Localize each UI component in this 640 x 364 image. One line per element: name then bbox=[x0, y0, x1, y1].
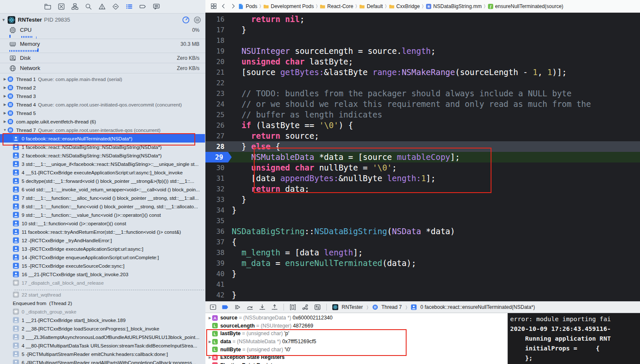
code-line[interactable]: 33 } bbox=[205, 194, 640, 205]
disclosure-triangle-icon[interactable]: ▶ bbox=[3, 120, 7, 123]
code-line[interactable]: 29 NSMutableData *data = [source mutable… bbox=[205, 152, 640, 162]
stack-frame-row[interactable]: 4 __51-[RCTCxxBridge executeApplicationS… bbox=[0, 168, 205, 176]
stack-frame-row[interactable]: 5 -[RCTMultipartStreamReader emitChunk:h… bbox=[0, 350, 205, 358]
stack-frame-row[interactable]: 11 facebook::react::tryAndReturnError(st… bbox=[0, 227, 205, 236]
code-line[interactable]: 18 bbox=[205, 35, 640, 46]
line-number[interactable]: 42 bbox=[205, 290, 232, 300]
line-number[interactable]: 30 bbox=[205, 162, 232, 173]
code-line[interactable]: 19 NSUInteger sourceLength = source.leng… bbox=[205, 46, 640, 56]
variable-row[interactable]: LlastByte = (unsigned char) 'p' bbox=[205, 330, 507, 338]
line-number[interactable]: 19 bbox=[205, 46, 232, 56]
stack-frame-row[interactable]: 15 -[RCTCxxBridge executeSourceCode:sync… bbox=[0, 261, 205, 270]
line-number[interactable]: 31 bbox=[205, 173, 232, 184]
disclosure-triangle-icon[interactable]: ▶ bbox=[3, 86, 7, 90]
disclosure-triangle-icon[interactable]: ▼ bbox=[3, 128, 7, 132]
stack-frame-row[interactable]: 3 std::__1::__unique_if<facebook::react:… bbox=[0, 160, 205, 168]
debug-breadcrumb-item[interactable]: 0 facebook::react::ensureNullTerminated(… bbox=[411, 304, 535, 310]
enqueued-from-label[interactable]: Enqueued from (Thread 2) bbox=[0, 299, 205, 307]
line-number[interactable]: 24 bbox=[205, 99, 232, 109]
gauge-row-cpu[interactable]: CPU0% bbox=[0, 25, 205, 39]
code-line[interactable]: 28 } else { bbox=[205, 141, 640, 152]
gauge-row-disk[interactable]: DiskZero KB/s bbox=[0, 53, 205, 63]
line-number[interactable]: 21 bbox=[205, 67, 232, 78]
line-number[interactable]: 35 bbox=[205, 216, 232, 226]
stack-frame-row[interactable]: 3 ___ZL36attemptAsynchronousLoadOfBundle… bbox=[0, 333, 205, 341]
code-line[interactable]: 40} bbox=[205, 269, 640, 279]
debug-breadcrumb-item[interactable]: RNTester bbox=[332, 304, 363, 310]
disclosure-triangle-icon[interactable]: ▶ bbox=[3, 103, 7, 106]
breadcrumb-item[interactable]: Pods bbox=[238, 3, 257, 9]
find-navigator-icon[interactable] bbox=[85, 3, 92, 10]
line-number[interactable]: 26 bbox=[205, 120, 232, 131]
breadcrumb-item[interactable]: Default bbox=[359, 3, 383, 9]
hide-debug-area-icon[interactable] bbox=[210, 304, 216, 311]
stack-frame-row[interactable]: 10 std::__1::function<void ()>::operator… bbox=[0, 219, 205, 227]
project-navigator-icon[interactable] bbox=[44, 3, 51, 10]
stack-frame-row[interactable]: 2 __38-[RCTCxxBridge loadSource:onProgre… bbox=[0, 324, 205, 333]
code-line[interactable]: 23 // TODO: bundles from the packager sh… bbox=[205, 88, 640, 99]
issue-navigator-icon[interactable] bbox=[98, 3, 106, 10]
thread-row[interactable]: ▶Thread 5 bbox=[0, 109, 205, 117]
step-into-icon[interactable] bbox=[259, 304, 266, 311]
code-line[interactable]: 39 m_data = ensureNullTerminated(data); bbox=[205, 258, 640, 269]
code-line[interactable]: 22 bbox=[205, 78, 640, 88]
variable-row[interactable]: ▶Ldata = (NSMutableData *) 0x7fff51269cf… bbox=[205, 338, 507, 346]
line-number[interactable]: 36 bbox=[205, 226, 232, 237]
debug-breadcrumb-item[interactable]: Thread 7 bbox=[372, 304, 402, 310]
stack-frame-row[interactable]: 2 facebook::react::NSDataBigString::NSDa… bbox=[0, 151, 205, 160]
step-over-icon[interactable] bbox=[247, 304, 253, 311]
disclosure-triangle-icon[interactable]: ▶ bbox=[208, 316, 212, 320]
code-line[interactable]: 37{ bbox=[205, 237, 640, 247]
variable-row[interactable]: ▶RFloating Point Registers bbox=[205, 361, 507, 364]
line-number[interactable]: 16 bbox=[205, 14, 232, 25]
stack-frame-row[interactable]: 8 std::__1::__function::__func<void () b… bbox=[0, 202, 205, 210]
line-number[interactable]: 32 bbox=[205, 184, 232, 194]
symbol-navigator-icon[interactable] bbox=[71, 3, 79, 10]
line-number[interactable]: 23 bbox=[205, 88, 232, 99]
instruction-pointer-badge[interactable]: 29 bbox=[205, 152, 232, 162]
disclosure-triangle-icon[interactable]: ▶ bbox=[208, 356, 212, 359]
line-number[interactable]: 39 bbox=[205, 258, 232, 269]
stack-frame-row[interactable]: 13 -[RCTCxxBridge executeApplicationScri… bbox=[0, 244, 205, 253]
breadcrumb-item[interactable]: mNSDataBigString.mm bbox=[426, 3, 482, 9]
line-number[interactable]: 17 bbox=[205, 25, 232, 35]
line-number[interactable]: 25 bbox=[205, 109, 232, 120]
back-icon[interactable] bbox=[220, 3, 227, 9]
thread-row[interactable]: ▼Thread 7Queue: com.apple.root.user-inte… bbox=[0, 126, 205, 134]
stack-frame-row[interactable]: 0 _dispatch_group_wake bbox=[0, 307, 205, 316]
stack-frame-row[interactable]: 5 decltype(std::__1::forward<void () blo… bbox=[0, 176, 205, 185]
code-line[interactable]: 36NSDataBigString::NSDataBigString(NSDat… bbox=[205, 226, 640, 237]
related-items-icon[interactable] bbox=[211, 3, 217, 9]
code-line[interactable]: 41 bbox=[205, 279, 640, 290]
code-line[interactable]: 16 return nil; bbox=[205, 14, 640, 25]
line-number[interactable]: 27 bbox=[205, 131, 232, 141]
disclosure-triangle-icon[interactable]: ▶ bbox=[208, 340, 212, 344]
line-number[interactable]: 33 bbox=[205, 194, 232, 205]
variable-row[interactable]: ▶Asource = (NSSubrangeData *) 0x60000211… bbox=[205, 314, 507, 322]
columns-view-icon[interactable] bbox=[194, 16, 201, 24]
forward-icon[interactable] bbox=[230, 3, 236, 9]
code-line[interactable]: 21 [source getBytes:&lastByte range:NSMa… bbox=[205, 67, 640, 78]
stack-frame-row[interactable]: 6 void std::__1::__invoke_void_return_wr… bbox=[0, 185, 205, 193]
code-line[interactable]: 26 if (lastByte == '\0') { bbox=[205, 120, 640, 131]
line-number[interactable]: 18 bbox=[205, 35, 232, 46]
breadcrumb-item[interactable]: React-Core bbox=[320, 3, 353, 9]
code-line[interactable]: 20 unsigned char lastByte; bbox=[205, 56, 640, 67]
thread-row[interactable]: ▶com.apple.uikit.eventfetch-thread (6) bbox=[0, 117, 205, 126]
stack-frame-row[interactable]: 4 __80-[RCTMultipartDataTask URLSession:… bbox=[0, 341, 205, 350]
stack-frame-row[interactable]: 12 -[RCTCxxBridge _tryAndHandleError:] bbox=[0, 236, 205, 244]
thread-row[interactable]: ▶Thread 2 bbox=[0, 83, 205, 92]
line-number[interactable]: 41 bbox=[205, 279, 232, 290]
breadcrumb-item[interactable]: fensureNullTerminated(source) bbox=[488, 3, 564, 9]
breakpoint-navigator-icon[interactable] bbox=[139, 3, 146, 10]
stack-frame-row[interactable]: 9 std::__1::__function::__value_func<voi… bbox=[0, 210, 205, 219]
source-editor[interactable]: 16 return nil;17 }1819 NSUInteger source… bbox=[205, 13, 640, 301]
code-line[interactable]: 32 return data; bbox=[205, 184, 640, 194]
thread-row[interactable]: ▶Thread 3 bbox=[0, 92, 205, 100]
code-line[interactable]: 38 m_length = [data length]; bbox=[205, 247, 640, 258]
code-line[interactable]: 17 } bbox=[205, 25, 640, 35]
continue-icon[interactable] bbox=[234, 304, 241, 311]
stack-frame-row[interactable]: 14 -[RCTCxxBridge enqueueApplicationScri… bbox=[0, 253, 205, 261]
code-line[interactable]: 42} bbox=[205, 290, 640, 300]
debug-navigator-icon[interactable] bbox=[126, 3, 133, 10]
